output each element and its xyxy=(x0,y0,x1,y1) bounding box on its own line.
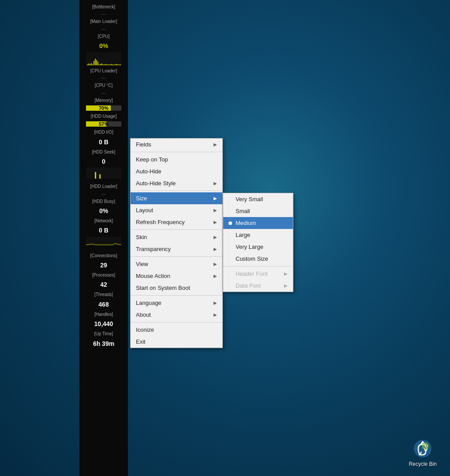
menu-item-exit[interactable]: Exit xyxy=(131,336,222,348)
menu-separator-1 xyxy=(131,152,222,152)
menu-arrow-auto-hide-style: ▶ xyxy=(214,181,217,186)
menu-item-start-on-boot-label: Start on System Boot xyxy=(136,285,190,291)
menu-arrow-transparency: ▶ xyxy=(214,247,217,251)
svg-rect-11 xyxy=(100,64,101,65)
cpu-label: [CPU] xyxy=(79,32,128,41)
svg-rect-19 xyxy=(111,64,112,65)
menu-separator-2 xyxy=(131,191,222,191)
svg-rect-24 xyxy=(117,64,118,65)
sidebar-widget: [Bottleneck] — [Main Loader] — [CPU] 0% xyxy=(79,0,128,476)
menu-item-exit-label: Exit xyxy=(136,338,146,345)
hdd-usage-label: [HDD Usage] xyxy=(79,112,128,120)
divider-2: — xyxy=(101,26,106,32)
menu-arrow-fields: ▶ xyxy=(214,142,217,147)
menu-item-language[interactable]: Language ▶ xyxy=(131,297,222,309)
menu-item-skin-label: Skin xyxy=(136,234,147,240)
menu-item-start-on-boot[interactable]: Start on System Boot xyxy=(131,282,222,294)
submenu-item-small[interactable]: Small xyxy=(223,205,293,217)
submenu-item-header-font-label: Header Font xyxy=(236,270,267,277)
divider-3: — xyxy=(101,75,106,81)
menu-item-size-label: Size xyxy=(136,195,147,202)
menu-item-layout-label: Layout xyxy=(136,207,153,214)
submenu-item-very-small-label: Very Small xyxy=(236,196,263,202)
submenu-item-header-font: Header Font ▶ xyxy=(223,268,293,280)
menu-item-refresh-frequency[interactable]: Refresh Frequency ▶ xyxy=(131,216,222,228)
menu-item-fields[interactable]: Fields ▶ xyxy=(131,139,222,150)
menu-item-transparency-label: Transparency xyxy=(136,246,171,252)
menu-item-transparency[interactable]: Transparency ▶ xyxy=(131,243,222,255)
connections-value: 29 xyxy=(79,260,128,270)
submenu-item-very-small[interactable]: Very Small xyxy=(223,193,293,205)
menu-item-about[interactable]: About ▶ xyxy=(131,309,222,321)
submenu-item-large-label: Large xyxy=(236,232,250,238)
svg-text:↻: ↻ xyxy=(424,444,428,449)
submenu-item-very-large-label: Very Large xyxy=(236,244,263,250)
hdd-seek-value: 0 xyxy=(79,156,128,167)
network-chart-svg xyxy=(86,237,121,246)
menu-item-view[interactable]: View ▶ xyxy=(131,258,222,270)
network-value: 0 B xyxy=(79,225,128,236)
svg-rect-12 xyxy=(101,64,102,65)
svg-rect-4 xyxy=(91,63,92,65)
submenu-separator-1 xyxy=(223,266,293,266)
divider-5: — xyxy=(101,191,106,197)
svg-rect-26 xyxy=(120,64,121,65)
connections-label: [Connections] xyxy=(79,251,128,260)
uptime-value: 6h 39m xyxy=(79,338,128,349)
submenu-item-small-label: Small xyxy=(236,208,250,214)
divider-4: — xyxy=(101,90,106,96)
recycle-bin-icon: ↻ xyxy=(412,438,433,459)
svg-rect-27 xyxy=(86,168,121,179)
menu-arrow-view: ▶ xyxy=(214,262,217,266)
cpu-temp-label: [CPU °C] xyxy=(79,81,128,90)
svg-rect-21 xyxy=(113,64,114,65)
memory-bar: 70% xyxy=(86,105,121,111)
svg-rect-20 xyxy=(112,64,113,65)
threads-label: [Threads] xyxy=(79,290,128,299)
menu-item-about-label: About xyxy=(136,311,151,318)
svg-rect-6 xyxy=(94,61,94,65)
divider-1: — xyxy=(101,11,106,17)
menu-arrow-size: ▶ xyxy=(214,196,217,201)
submenu-item-medium[interactable]: Medium xyxy=(223,217,293,229)
menu-item-auto-hide-label: Auto-Hide xyxy=(136,168,161,175)
main-loader-label: [Main Loader] xyxy=(79,17,128,26)
recycle-bin[interactable]: ↻ Recycle Bin xyxy=(409,438,437,467)
network-label: [Network] xyxy=(79,216,128,225)
menu-item-view-label: View xyxy=(136,261,148,267)
menu-item-refresh-frequency-label: Refresh Frequency xyxy=(136,219,185,225)
handles-label: [Handles] xyxy=(79,310,128,319)
svg-rect-7 xyxy=(95,59,96,65)
menu-item-iconize[interactable]: Iconize xyxy=(131,324,222,336)
cpu-chart xyxy=(86,52,121,65)
cpu-chart-svg xyxy=(86,52,121,65)
hdd-seek-chart-svg xyxy=(86,168,121,179)
svg-rect-30 xyxy=(86,237,121,246)
svg-rect-23 xyxy=(116,64,117,65)
menu-item-size[interactable]: Size ▶ xyxy=(131,192,222,204)
svg-rect-16 xyxy=(107,64,108,65)
menu-item-layout[interactable]: Layout ▶ xyxy=(131,204,222,216)
svg-rect-25 xyxy=(119,64,120,65)
svg-rect-8 xyxy=(96,60,97,65)
menu-item-mouse-action[interactable]: Mouse Action ▶ xyxy=(131,270,222,282)
submenu-item-custom-size[interactable]: Custom Size xyxy=(223,253,293,265)
svg-rect-1 xyxy=(87,64,88,65)
menu-separator-3 xyxy=(131,229,222,230)
menu-arrow-mouse-action: ▶ xyxy=(214,274,217,278)
menu-item-skin[interactable]: Skin ▶ xyxy=(131,231,222,243)
network-chart xyxy=(86,237,121,250)
submenu-item-very-large[interactable]: Very Large xyxy=(223,241,293,253)
menu-item-keep-on-top-label: Keep on Top xyxy=(136,156,168,163)
submenu-item-medium-label: Medium xyxy=(236,220,256,226)
menu-item-keep-on-top[interactable]: Keep on Top xyxy=(131,154,222,165)
submenu-item-large[interactable]: Large xyxy=(223,229,293,241)
threads-value: 468 xyxy=(79,299,128,310)
menu-item-mouse-action-label: Mouse Action xyxy=(136,273,170,279)
hdd-busy-value: 0% xyxy=(79,206,128,216)
cpu-value: 0% xyxy=(79,41,128,51)
menu-item-auto-hide[interactable]: Auto-Hide xyxy=(131,165,222,177)
menu-item-auto-hide-style[interactable]: Auto-Hide Style ▶ xyxy=(131,177,222,189)
hdd-busy-label: [HDD Busy] xyxy=(79,197,128,206)
svg-rect-10 xyxy=(99,64,100,65)
